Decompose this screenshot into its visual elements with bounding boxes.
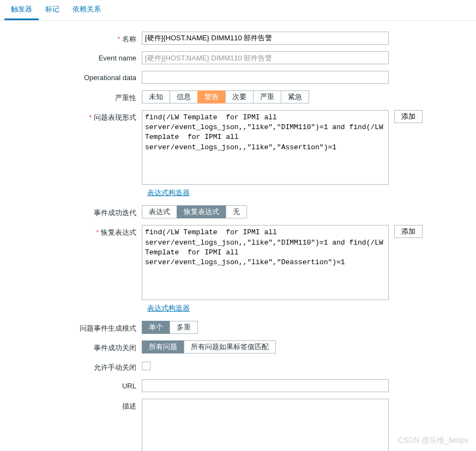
tab-bar: 触发器 标记 依赖关系 [0,0,476,21]
ok-iteration-group: 表达式 恢复表达式 无 [142,205,247,218]
severity-major[interactable]: 严重 [253,90,281,103]
ok-close-all[interactable]: 所有问题 [142,340,184,354]
severity-critical[interactable]: 紧急 [281,90,309,103]
ok-iteration-expression[interactable]: 表达式 [142,205,177,218]
ok-iteration-none[interactable]: 无 [226,205,247,218]
problem-mode-group: 单个 多重 [142,321,198,334]
problem-expr-builder-link[interactable]: 表达式构造器 [147,188,190,197]
label-manual-close: 允许手动关闭 [11,360,142,373]
description-textarea[interactable] [142,399,389,451]
label-url: URL [11,379,142,390]
recovery-expr-builder-link[interactable]: 表达式构造器 [147,304,190,312]
label-operational-data: Operational data [11,71,142,82]
severity-warn[interactable]: 警告 [197,90,226,103]
problem-mode-single[interactable]: 单个 [142,321,170,334]
label-desc: 描述 [11,399,142,411]
label-ok-close: 事件成功关闭 [11,340,142,353]
manual-close-checkbox[interactable] [142,362,150,370]
label-problem-mode: 问题事件生成模式 [11,321,142,333]
severity-info[interactable]: 信息 [170,90,198,103]
tab-trigger[interactable]: 触发器 [4,0,39,20]
label-recovery-expr: 恢复表达式 [11,225,142,237]
severity-unknown[interactable]: 未知 [142,90,170,103]
ok-iteration-recovery[interactable]: 恢复表达式 [177,205,226,218]
add-recovery-expr-button[interactable]: 添加 [394,225,423,238]
operational-data-input[interactable] [142,71,389,84]
url-input[interactable] [142,379,389,392]
label-severity: 严重性 [11,90,142,103]
label-problem-expr: 问题表现形式 [11,110,142,123]
ok-close-group: 所有问题 所有问题如果标签值匹配 [142,340,276,354]
problem-expr-textarea[interactable]: find(/LW Template for IPMI all server/ev… [142,110,389,185]
recovery-expr-textarea[interactable]: find(/LW Template for IPMI all server/ev… [142,225,389,300]
form: 名称 Event name Operational data 严重性 未知 信息… [0,21,476,451]
event-name-input[interactable] [142,51,389,64]
ok-close-match[interactable]: 所有问题如果标签值匹配 [184,340,276,354]
add-problem-expr-button[interactable]: 添加 [394,110,423,123]
tab-deps[interactable]: 依赖关系 [66,0,107,20]
problem-mode-multiple[interactable]: 多重 [170,321,198,334]
label-event-name: Event name [11,51,142,62]
label-name: 名称 [11,32,142,44]
severity-group: 未知 信息 警告 次要 严重 紧急 [142,90,309,103]
severity-minor[interactable]: 次要 [225,90,254,103]
label-ok-iteration: 事件成功迭代 [11,205,142,218]
tab-tag[interactable]: 标记 [39,0,66,20]
name-input[interactable] [142,32,389,45]
